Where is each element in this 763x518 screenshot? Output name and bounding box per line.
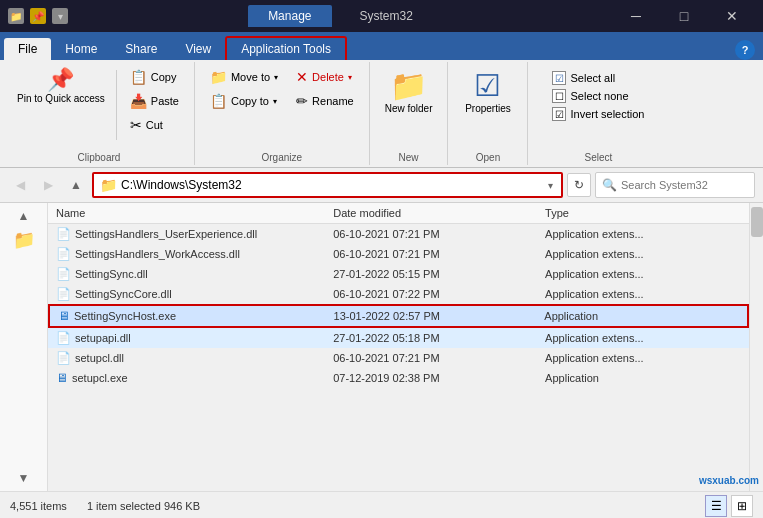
- sidebar-down-icon[interactable]: ▼: [16, 469, 32, 487]
- forward-button[interactable]: ▶: [36, 173, 60, 197]
- invert-selection-item[interactable]: ☑ Invert selection: [548, 106, 648, 122]
- table-row[interactable]: 📄 SettingsHandlers_UserExperience.dll 06…: [48, 224, 749, 244]
- tab-view[interactable]: View: [171, 38, 225, 60]
- tab-manage[interactable]: Manage: [248, 5, 331, 27]
- col-header-name[interactable]: Name: [48, 205, 325, 221]
- file-name-cell: 📄 SettingsHandlers_WorkAccess.dll: [48, 246, 325, 262]
- new-folder-label: New folder: [385, 103, 433, 114]
- select-none-item[interactable]: ☐ Select none: [548, 88, 648, 104]
- rename-label: Rename: [312, 95, 354, 107]
- sidebar-nav: ▲: [16, 207, 32, 225]
- file-name-cell: 📄 setupcl.dll: [48, 350, 325, 366]
- file-name-cell: 📄 SettingSync.dll: [48, 266, 325, 282]
- file-type-cell: Application extens...: [537, 227, 749, 241]
- organize-content: 📁 Move to ▾ 📋 Copy to ▾ ✕ Delete ▾ ✏: [203, 62, 361, 150]
- back-button[interactable]: ◀: [8, 173, 32, 197]
- copy-button[interactable]: 📋 Copy: [123, 66, 186, 88]
- sidebar-folder-icon[interactable]: 📁: [13, 229, 35, 251]
- pin-to-quick-access-button[interactable]: 📌 Pin to Quick access: [12, 66, 110, 107]
- file-name-cell: 📄 SettingsHandlers_UserExperience.dll: [48, 226, 325, 242]
- address-dropdown-icon[interactable]: ▾: [546, 178, 555, 193]
- file-list: Name Date modified Type 📄 SettingsHandle…: [48, 203, 749, 491]
- tab-file[interactable]: File: [4, 38, 51, 60]
- table-row[interactable]: 🖥 setupcl.exe 07-12-2019 02:38 PM Applic…: [48, 368, 749, 388]
- cut-button[interactable]: ✂ Cut: [123, 114, 186, 136]
- close-button[interactable]: ✕: [709, 0, 755, 32]
- statusbar: 4,551 items 1 item selected 946 KB ☰ ⊞: [0, 491, 763, 518]
- details-view-button[interactable]: ☰: [705, 495, 727, 517]
- move-to-label: Move to: [231, 71, 270, 83]
- open-label: Open: [476, 150, 500, 165]
- invert-check: ☑: [552, 107, 566, 121]
- properties-icon: ☑: [474, 71, 501, 101]
- select-none-label: Select none: [570, 90, 628, 102]
- address-box[interactable]: 📁 ▾: [92, 172, 563, 198]
- table-row[interactable]: 📄 SettingSyncCore.dll 06-10-2021 07:22 P…: [48, 284, 749, 304]
- file-type-cell: Application extens...: [537, 287, 749, 301]
- ribbon-tab-right: ?: [735, 40, 763, 60]
- new-folder-button[interactable]: 📁 New folder: [378, 66, 440, 119]
- tab-application-tools[interactable]: Application Tools: [225, 36, 347, 60]
- sidebar: ▲ 📁 ▼: [0, 203, 48, 491]
- titlebar-title: Manage System32: [68, 5, 613, 27]
- copy-to-label: Copy to: [231, 95, 269, 107]
- table-row[interactable]: 📄 SettingsHandlers_WorkAccess.dll 06-10-…: [48, 244, 749, 264]
- table-row[interactable]: 📄 setupapi.dll 27-01-2022 05:18 PM Appli…: [48, 328, 749, 348]
- properties-button[interactable]: ☑ Properties: [458, 66, 518, 119]
- copy-to-button[interactable]: 📋 Copy to ▾: [203, 90, 285, 112]
- down-icon: ▾: [52, 8, 68, 24]
- delete-button[interactable]: ✕ Delete ▾: [289, 66, 361, 88]
- copy-icon: 📋: [130, 69, 147, 85]
- file-name-cell: 🖥 SettingSyncHost.exe: [50, 308, 326, 324]
- pin-icon: 📌: [30, 8, 46, 24]
- search-box[interactable]: 🔍: [595, 172, 755, 198]
- ribbon: 📌 Pin to Quick access 📋 Copy 📥 Paste ✂ C…: [0, 60, 763, 168]
- tab-share[interactable]: Share: [111, 38, 171, 60]
- table-row[interactable]: 🖥 SettingSyncHost.exe 13-01-2022 02:57 P…: [48, 304, 749, 328]
- select-all-label: Select all: [570, 72, 615, 84]
- file-type-cell: Application extens...: [537, 267, 749, 281]
- file-date-cell: 13-01-2022 02:57 PM: [326, 309, 537, 323]
- col-header-date[interactable]: Date modified: [325, 205, 537, 221]
- refresh-button[interactable]: ↻: [567, 173, 591, 197]
- ribbon-group-organize: 📁 Move to ▾ 📋 Copy to ▾ ✕ Delete ▾ ✏: [195, 62, 370, 165]
- file-name: setupapi.dll: [75, 332, 131, 344]
- sidebar-up-icon[interactable]: ▲: [16, 207, 32, 225]
- titlebar-controls: ─ □ ✕: [613, 0, 755, 32]
- move-arrow-icon: ▾: [274, 73, 278, 82]
- maximize-button[interactable]: □: [661, 0, 707, 32]
- minimize-button[interactable]: ─: [613, 0, 659, 32]
- file-name: SettingSync.dll: [75, 268, 148, 280]
- select-all-item[interactable]: ☑ Select all: [548, 70, 648, 86]
- file-date-cell: 06-10-2021 07:21 PM: [325, 351, 537, 365]
- copy-to-arrow-icon: ▾: [273, 97, 277, 106]
- scrollbar-vertical[interactable]: [749, 203, 763, 491]
- file-name: SettingsHandlers_UserExperience.dll: [75, 228, 257, 240]
- clipboard-content: 📌 Pin to Quick access 📋 Copy 📥 Paste ✂ C…: [12, 62, 186, 150]
- rename-icon: ✏: [296, 93, 308, 109]
- exe-icon: 🖥: [56, 371, 68, 385]
- select-none-check: ☐: [552, 89, 566, 103]
- new-content: 📁 New folder: [378, 62, 440, 150]
- new-label: New: [399, 150, 419, 165]
- delete-rename-group: ✕ Delete ▾ ✏ Rename: [289, 66, 361, 112]
- col-header-type[interactable]: Type: [537, 205, 749, 221]
- new-folder-icon: 📁: [390, 71, 427, 101]
- address-input[interactable]: [121, 178, 546, 192]
- organize-label: Organize: [262, 150, 303, 165]
- help-button[interactable]: ?: [735, 40, 755, 60]
- file-name: SettingsHandlers_WorkAccess.dll: [75, 248, 240, 260]
- tab-home[interactable]: Home: [51, 38, 111, 60]
- table-row[interactable]: 📄 SettingSync.dll 27-01-2022 05:15 PM Ap…: [48, 264, 749, 284]
- selection-info: 1 item selected 946 KB: [87, 500, 200, 512]
- file-name: setupcl.exe: [72, 372, 128, 384]
- search-input[interactable]: [621, 179, 748, 191]
- paste-label: Paste: [151, 95, 179, 107]
- rename-button[interactable]: ✏ Rename: [289, 90, 361, 112]
- tiles-view-button[interactable]: ⊞: [731, 495, 753, 517]
- move-to-button[interactable]: 📁 Move to ▾: [203, 66, 285, 88]
- table-row[interactable]: 📄 setupcl.dll 06-10-2021 07:21 PM Applic…: [48, 348, 749, 368]
- delete-arrow-icon: ▾: [348, 73, 352, 82]
- up-button[interactable]: ▲: [64, 173, 88, 197]
- paste-button[interactable]: 📥 Paste: [123, 90, 186, 112]
